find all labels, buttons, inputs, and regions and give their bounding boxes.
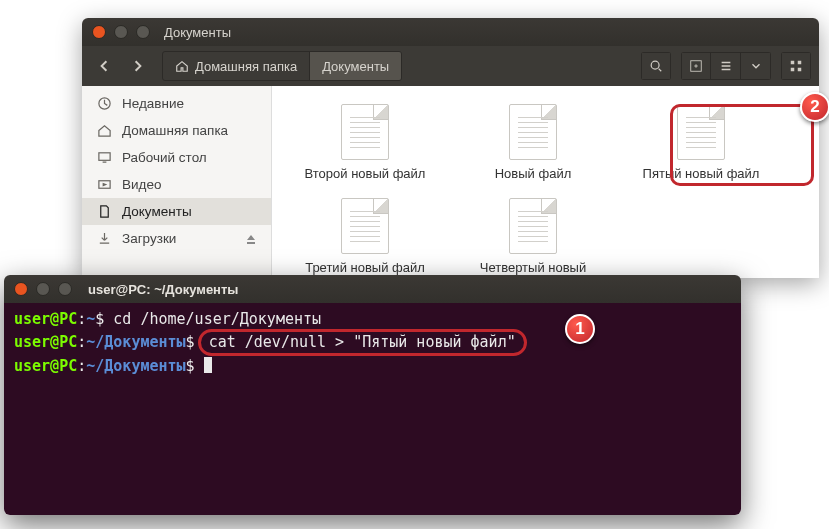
terminal-title: user@PC: ~/Документы (88, 282, 238, 297)
grid-icon (789, 59, 803, 73)
sidebar-item-downloads[interactable]: Загрузки (82, 225, 271, 252)
view-grid-button[interactable] (781, 52, 811, 80)
text-file-icon (677, 104, 725, 160)
terminal-cursor (204, 357, 212, 373)
sidebar-item-videos[interactable]: Видео (82, 171, 271, 198)
chevron-right-icon (132, 60, 144, 72)
window-minimize-button[interactable] (36, 282, 50, 296)
text-file-icon (509, 104, 557, 160)
file-item[interactable]: Новый файл (458, 100, 608, 186)
nav-back-button[interactable] (90, 52, 118, 80)
video-icon (96, 177, 112, 192)
prompt-user: user@PC (14, 333, 77, 351)
file-item[interactable]: Пятый новый файл (626, 100, 776, 186)
fm-titlebar: Документы (82, 18, 819, 46)
sidebar-item-home[interactable]: Домашняя папка (82, 117, 271, 144)
text-file-icon (341, 198, 389, 254)
chevron-down-icon (749, 59, 763, 73)
svg-rect-2 (791, 61, 795, 65)
sidebar-item-label: Недавние (122, 96, 184, 111)
file-item[interactable]: Третий новый файл (290, 194, 440, 278)
home-icon (175, 59, 189, 73)
window-close-button[interactable] (14, 282, 28, 296)
file-label: Пятый новый файл (643, 166, 760, 182)
step-badge-1: 1 (565, 314, 595, 344)
sidebar-item-label: Рабочий стол (122, 150, 207, 165)
view-menu-button[interactable] (741, 52, 771, 80)
highlight-step-1: cat /dev/null > "Пятый новый файл" (198, 329, 527, 355)
svg-rect-5 (798, 68, 802, 72)
eject-icon[interactable] (245, 233, 257, 245)
text-file-icon (509, 198, 557, 254)
sidebar-item-label: Документы (122, 204, 192, 219)
sidebar-item-recent[interactable]: Недавние (82, 90, 271, 117)
file-item[interactable]: Второй новый файл (290, 100, 440, 186)
window-minimize-button[interactable] (114, 25, 128, 39)
view-list-button[interactable] (711, 52, 741, 80)
file-label: Второй новый файл (305, 166, 426, 182)
breadcrumb-home[interactable]: Домашняя папка (163, 52, 309, 80)
sidebar: Недавние Домашняя папка Рабочий стол Вид… (82, 86, 272, 278)
breadcrumb-current[interactable]: Документы (309, 52, 401, 80)
sidebar-item-label: Домашняя папка (122, 123, 228, 138)
desktop-icon (96, 150, 112, 165)
command-cd: cd /home/user/Документы (113, 310, 321, 328)
breadcrumb: Домашняя папка Документы (162, 51, 402, 81)
nav-forward-button[interactable] (124, 52, 152, 80)
command-cat: cat /dev/null > "Пятый новый файл" (209, 333, 516, 351)
sidebar-item-desktop[interactable]: Рабочий стол (82, 144, 271, 171)
prompt-user: user@PC (14, 310, 77, 328)
svg-point-0 (651, 61, 659, 69)
breadcrumb-home-label: Домашняя папка (195, 59, 297, 74)
sidebar-item-documents[interactable]: Документы (82, 198, 271, 225)
search-icon (649, 59, 663, 73)
download-icon (96, 231, 112, 246)
text-file-icon (341, 104, 389, 160)
file-item[interactable]: Четвертый новый файл (458, 194, 608, 278)
list-icon (719, 59, 733, 73)
prompt-user: user@PC (14, 357, 77, 375)
document-icon (96, 204, 112, 219)
zoom-button[interactable] (681, 52, 711, 80)
terminal-window: user@PC: ~/Документы user@PC:~$ cd /home… (4, 275, 741, 515)
step-badge-2: 2 (800, 92, 829, 122)
svg-rect-7 (98, 153, 109, 161)
file-label: Новый файл (495, 166, 572, 182)
prompt-path: ~/Документы (86, 333, 185, 351)
svg-rect-3 (798, 61, 802, 65)
file-manager-window: Документы Домашняя папка Документы (82, 18, 819, 278)
svg-rect-4 (791, 68, 795, 72)
window-close-button[interactable] (92, 25, 106, 39)
home-icon (96, 123, 112, 138)
prompt-path: ~/Документы (86, 357, 185, 375)
clock-icon (96, 96, 112, 111)
window-title: Документы (164, 25, 231, 40)
chevron-left-icon (98, 60, 110, 72)
sidebar-item-label: Загрузки (122, 231, 176, 246)
prompt-path: ~ (86, 310, 95, 328)
window-maximize-button[interactable] (58, 282, 72, 296)
files-pane: Второй новый файл Новый файл Пятый новый… (272, 86, 819, 278)
term-titlebar: user@PC: ~/Документы (4, 275, 741, 303)
search-button[interactable] (641, 52, 671, 80)
terminal-body[interactable]: user@PC:~$ cd /home/user/Документы user@… (4, 303, 741, 515)
fm-toolbar: Домашняя папка Документы (82, 46, 819, 86)
zoom-icon (689, 59, 703, 73)
sidebar-item-label: Видео (122, 177, 161, 192)
breadcrumb-current-label: Документы (322, 59, 389, 74)
window-maximize-button[interactable] (136, 25, 150, 39)
